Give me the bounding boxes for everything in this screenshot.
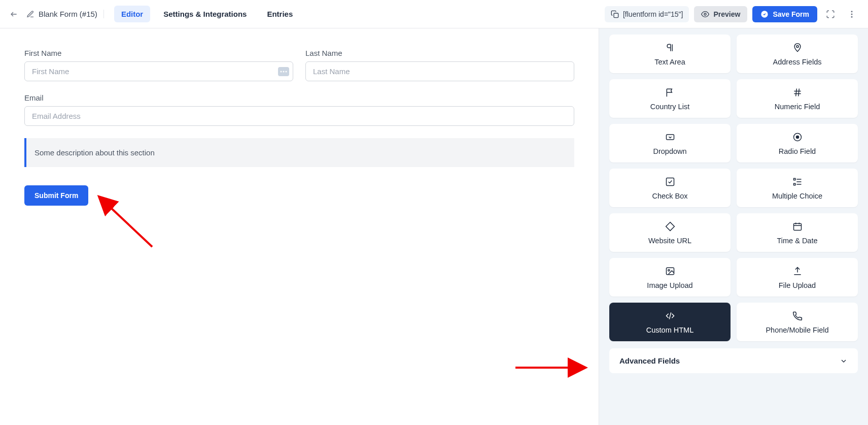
field-label: Website URL: [648, 237, 691, 245]
submit-button[interactable]: Submit Form: [24, 185, 88, 206]
shortcode-button[interactable]: [fluentform id="15"]: [605, 6, 689, 22]
fields-sidebar: Text Area Address Fields Country List Nu…: [599, 28, 868, 425]
svg-point-1: [704, 13, 706, 15]
field-label: Address Fields: [773, 58, 822, 66]
save-label: Save Form: [773, 10, 809, 18]
save-button[interactable]: Save Form: [752, 6, 817, 22]
more-icon: [847, 10, 856, 19]
location-icon: [791, 42, 804, 54]
advanced-fields-label: Advanced Fields: [619, 356, 840, 365]
field-label: Custom HTML: [646, 326, 693, 334]
last-name-input[interactable]: [305, 61, 574, 81]
svg-rect-18: [666, 268, 674, 274]
field-phone[interactable]: Phone/Mobile Field: [737, 303, 858, 341]
hash-icon: [791, 86, 804, 99]
svg-rect-0: [614, 13, 618, 18]
upload-icon: [791, 265, 804, 277]
svg-rect-17: [793, 223, 801, 230]
svg-point-19: [668, 270, 669, 271]
field-label: Country List: [650, 103, 689, 111]
field-checkbox[interactable]: Check Box: [609, 169, 731, 207]
svg-point-5: [851, 16, 853, 17]
fullscreen-button[interactable]: [822, 6, 839, 22]
first-name-field[interactable]: First Name: [24, 49, 293, 81]
field-country[interactable]: Country List: [609, 79, 731, 118]
tab-editor[interactable]: Editor: [114, 6, 150, 22]
svg-point-4: [851, 13, 853, 15]
tab-entries[interactable]: Entries: [260, 6, 300, 22]
svg-point-3: [851, 11, 853, 12]
field-options-icon[interactable]: [278, 67, 289, 76]
dropdown-icon: [664, 131, 676, 143]
back-button[interactable]: [8, 8, 20, 20]
svg-point-8: [286, 71, 287, 72]
field-custom-html[interactable]: Custom HTML: [609, 303, 731, 341]
form-title-edit[interactable]: Blank Form (#15): [26, 10, 104, 18]
check-circle-icon: [760, 10, 769, 18]
field-dropdown[interactable]: Dropdown: [609, 124, 731, 162]
check-icon: [664, 176, 676, 188]
field-radio[interactable]: Radio Field: [737, 124, 858, 162]
first-name-label: First Name: [24, 49, 293, 57]
copy-icon: [611, 10, 619, 18]
tabs: Editor Settings & Integrations Entries: [114, 6, 300, 22]
svg-rect-16: [793, 183, 795, 185]
last-name-label: Last Name: [305, 49, 574, 57]
topbar-left: Blank Form (#15) Editor Settings & Integ…: [8, 6, 300, 22]
chevron-down-icon: [840, 357, 848, 365]
code-icon: [664, 310, 676, 322]
form-canvas: First Name Last Name Email Some descript…: [0, 28, 599, 425]
field-text-area[interactable]: Text Area: [609, 35, 731, 73]
email-input[interactable]: [24, 106, 574, 126]
advanced-fields-section[interactable]: Advanced Fields: [609, 348, 858, 373]
field-label: Text Area: [654, 58, 685, 66]
field-image-upload[interactable]: Image Upload: [609, 258, 731, 297]
field-label: Image Upload: [647, 281, 692, 289]
html-block-text: Some description about this section: [34, 148, 155, 157]
last-name-field[interactable]: Last Name: [305, 49, 574, 81]
field-label: Time & Date: [777, 237, 817, 245]
email-field[interactable]: Email: [24, 93, 574, 126]
field-file-upload[interactable]: File Upload: [737, 258, 858, 297]
link-icon: [664, 220, 676, 233]
field-website-url[interactable]: Website URL: [609, 213, 731, 252]
field-label: Radio Field: [779, 147, 816, 155]
custom-html-block[interactable]: Some description about this section: [24, 138, 574, 167]
field-multiple-choice[interactable]: Multiple Choice: [737, 169, 858, 207]
top-bar: Blank Form (#15) Editor Settings & Integ…: [0, 0, 868, 28]
field-label: Dropdown: [653, 147, 686, 155]
first-name-input[interactable]: [24, 61, 293, 81]
field-label: Check Box: [652, 192, 687, 200]
more-button[interactable]: [844, 6, 860, 22]
field-numeric[interactable]: Numeric Field: [737, 79, 858, 118]
svg-rect-14: [666, 178, 674, 186]
field-label: Numeric Field: [775, 103, 820, 111]
field-label: Phone/Mobile Field: [766, 326, 828, 334]
svg-point-7: [283, 71, 285, 72]
tab-settings[interactable]: Settings & Integrations: [156, 6, 254, 22]
content: First Name Last Name Email Some descript…: [0, 28, 868, 425]
fullscreen-icon: [826, 10, 835, 19]
field-label: Multiple Choice: [772, 192, 822, 200]
calendar-icon: [791, 220, 804, 233]
annotation-arrow-1: [101, 201, 162, 253]
pencil-icon: [26, 10, 34, 18]
name-row: First Name Last Name: [24, 49, 574, 81]
svg-point-6: [281, 71, 282, 72]
field-label: File Upload: [779, 281, 816, 289]
email-label: Email: [24, 93, 574, 102]
paragraph-icon: [664, 42, 676, 54]
radio-icon: [791, 131, 804, 143]
form-title-text: Blank Form (#15): [39, 10, 97, 18]
field-address[interactable]: Address Fields: [737, 35, 858, 73]
eye-icon: [701, 10, 709, 18]
email-row: Email: [24, 93, 574, 126]
phone-icon: [791, 310, 804, 322]
shortcode-text: [fluentform id="15"]: [623, 10, 683, 18]
preview-button[interactable]: Preview: [694, 6, 747, 22]
svg-rect-11: [666, 135, 674, 140]
svg-point-10: [796, 45, 798, 47]
field-time-date[interactable]: Time & Date: [737, 213, 858, 252]
topbar-right: [fluentform id="15"] Preview Save Form: [605, 6, 860, 22]
flag-icon: [664, 86, 676, 99]
